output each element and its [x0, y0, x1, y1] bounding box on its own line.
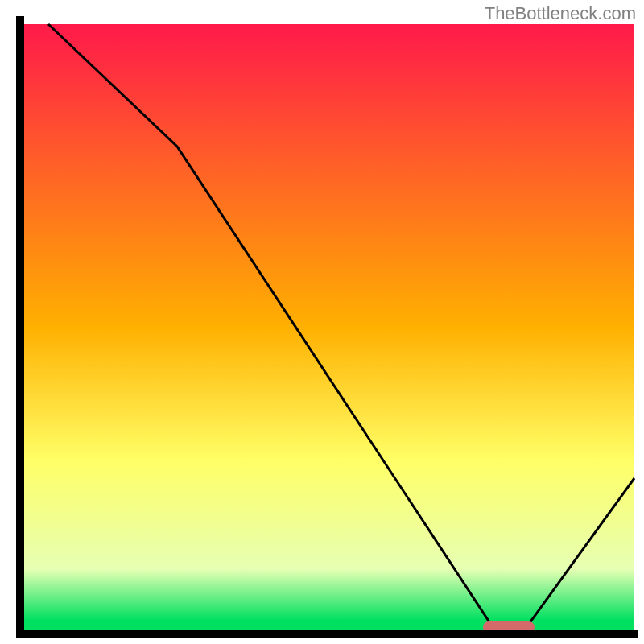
plot-background [24, 24, 634, 630]
chart-svg [0, 0, 644, 644]
axis-left [16, 16, 24, 638]
watermark-label: TheBottleneck.com [485, 3, 636, 24]
axis-bottom [16, 630, 638, 638]
bottleneck-chart: TheBottleneck.com [0, 0, 644, 644]
